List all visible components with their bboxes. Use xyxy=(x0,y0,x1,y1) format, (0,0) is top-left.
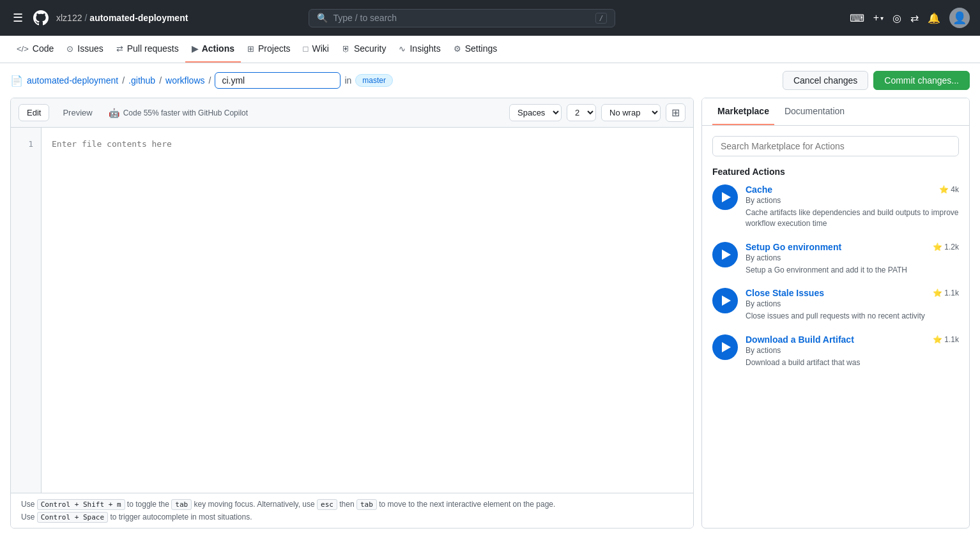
filename-input[interactable] xyxy=(215,72,341,89)
editor-footer: Use Control + Shift + m to toggle the ta… xyxy=(11,493,693,528)
nav-item-actions[interactable]: ▶ Actions xyxy=(185,36,241,63)
breadcrumb-actions: Cancel changes Commit changes... xyxy=(783,71,970,90)
panel-icon: ⊞ xyxy=(671,107,680,118)
indent-size-select[interactable]: 2 4 8 xyxy=(567,104,596,121)
pull-request-icon: ⇄ xyxy=(910,13,919,24)
nav-item-pullrequests[interactable]: ⇄ Pull requests xyxy=(110,36,185,63)
avatar[interactable]: 👤 xyxy=(949,8,970,28)
nav-item-security[interactable]: ⛨ Security xyxy=(335,36,393,63)
editor-toolbar: Edit Preview 🤖 Code 55% faster with GitH… xyxy=(11,98,693,128)
nav-label-code: Code xyxy=(33,43,54,54)
nav-item-code[interactable]: </> Code xyxy=(10,36,60,63)
breadcrumb-sep-1: / xyxy=(84,13,87,23)
hamburger-menu[interactable]: ☰ xyxy=(10,8,26,27)
marketplace-search-input[interactable] xyxy=(712,136,959,156)
action-by-setup-go: By actions xyxy=(746,253,959,262)
wiki-icon: □ xyxy=(303,44,309,54)
action-icon-setup-go xyxy=(712,242,738,267)
pullrequest-icon: ⇄ xyxy=(116,44,123,54)
repo-nav: </> Code ⊙ Issues ⇄ Pull requests ▶ Acti… xyxy=(0,36,980,63)
indent-type-select[interactable]: Spaces Tabs xyxy=(509,104,562,121)
action-star-setup-go: ⭐ 1.2k xyxy=(933,243,959,251)
nav-label-wiki: Wiki xyxy=(312,43,328,54)
nav-item-projects[interactable]: ⊞ Projects xyxy=(241,36,297,63)
nav-item-settings[interactable]: ⚙ Settings xyxy=(447,36,504,63)
issues-icon: ⊙ xyxy=(66,44,73,54)
copilot-btn[interactable]: ◎ xyxy=(892,12,901,24)
hamburger-icon: ☰ xyxy=(13,11,23,24)
copilot-banner-text: Code 55% faster with GitHub Copilot xyxy=(123,109,248,117)
nav-item-wiki[interactable]: □ Wiki xyxy=(297,36,335,63)
breadcrumb-sep-2: / xyxy=(122,75,125,86)
nav-label-projects: Projects xyxy=(258,43,291,54)
featured-section-title: Featured Actions xyxy=(712,167,959,177)
repo-breadcrumb: xlz122 / automated-deployment xyxy=(56,13,188,23)
copilot-banner-icon: 🤖 xyxy=(109,108,119,118)
action-by-artifact: By actions xyxy=(746,346,959,355)
search-shortcut-key: / xyxy=(595,13,608,24)
preview-tab-button[interactable]: Preview xyxy=(54,104,100,121)
breadcrumb-path2-link[interactable]: workflows xyxy=(165,75,204,86)
branch-badge: master xyxy=(355,74,393,87)
repo-name-link[interactable]: automated-deployment xyxy=(89,13,188,23)
documentation-tab[interactable]: Documentation xyxy=(779,98,850,125)
insights-icon: ∿ xyxy=(399,44,406,54)
code-editor[interactable] xyxy=(42,128,693,493)
marketplace-tab[interactable]: Marketplace xyxy=(712,98,774,125)
chevron-down-icon: ▾ xyxy=(880,15,884,22)
nav-item-issues[interactable]: ⊙ Issues xyxy=(60,36,109,63)
action-desc-stale: Close issues and pull requests with no r… xyxy=(746,311,959,322)
breadcrumb-path1-link[interactable]: .github xyxy=(128,75,155,86)
search-icon: 🔍 xyxy=(317,13,328,23)
action-info-cache: Cache ⭐ 4k By actions Cache artifacts li… xyxy=(746,184,959,229)
copilot-banner: 🤖 Code 55% faster with GitHub Copilot xyxy=(109,108,248,118)
header-search[interactable]: 🔍 Type / to search / xyxy=(309,9,615,27)
action-item-setup-go: Setup Go environment ⭐ 1.2k By actions S… xyxy=(712,242,959,276)
kbd-esc: esc xyxy=(317,499,337,510)
notification-icon-btn[interactable]: 🔔 xyxy=(928,12,940,24)
action-title-setup-go[interactable]: Setup Go environment xyxy=(746,242,841,252)
copilot-icon: ◎ xyxy=(892,13,901,24)
breadcrumb-repo-link[interactable]: automated-deployment xyxy=(27,75,118,86)
notification-icon: 🔔 xyxy=(928,13,940,24)
action-title-row-setup-go: Setup Go environment ⭐ 1.2k xyxy=(746,242,959,252)
action-item-cache: Cache ⭐ 4k By actions Cache artifacts li… xyxy=(712,184,959,229)
marketplace-tabs: Marketplace Documentation xyxy=(702,98,969,126)
action-title-row-stale: Close Stale Issues ⭐ 1.1k xyxy=(746,288,959,298)
settings-icon: ⚙ xyxy=(454,44,461,54)
wrap-select[interactable]: No wrap Soft wrap xyxy=(601,104,661,121)
nav-label-insights: Insights xyxy=(410,43,440,54)
kbd-ctrl-space: Control + Space xyxy=(37,512,108,523)
username-link[interactable]: xlz122 xyxy=(56,13,82,23)
line-number-1: 1 xyxy=(19,138,33,151)
nav-label-security: Security xyxy=(354,43,387,54)
github-logo xyxy=(33,10,49,26)
action-desc-cache: Cache artifacts like dependencies and bu… xyxy=(746,207,959,229)
action-title-stale[interactable]: Close Stale Issues xyxy=(746,288,824,298)
content-area: Edit Preview 🤖 Code 55% faster with GitH… xyxy=(0,98,980,539)
new-item-btn[interactable]: + ▾ xyxy=(873,12,884,24)
commit-changes-button[interactable]: Commit changes... xyxy=(873,71,970,90)
toggle-panel-button[interactable]: ⊞ xyxy=(666,103,685,122)
site-header: ☰ xlz122 / automated-deployment 🔍 Type /… xyxy=(0,0,980,36)
breadcrumb-sep-3: / xyxy=(159,75,162,86)
actions-icon: ▶ xyxy=(192,44,198,54)
editor-body: 1 xyxy=(11,128,693,493)
action-title-row-artifact: Download a Build Artifact ⭐ 1.1k xyxy=(746,334,959,345)
nav-item-insights[interactable]: ∿ Insights xyxy=(392,36,447,63)
edit-tab-button[interactable]: Edit xyxy=(19,104,49,121)
marketplace-body: Featured Actions Cache ⭐ 4k By actions C… xyxy=(702,126,969,528)
projects-icon: ⊞ xyxy=(247,44,254,54)
action-title-artifact[interactable]: Download a Build Artifact xyxy=(746,334,854,345)
action-title-row-cache: Cache ⭐ 4k xyxy=(746,184,959,195)
action-title-cache[interactable]: Cache xyxy=(746,184,772,195)
action-desc-artifact: Download a build artifact that was xyxy=(746,357,959,368)
plus-icon: + xyxy=(873,12,879,24)
action-star-stale: ⭐ 1.1k xyxy=(933,288,959,297)
nav-label-pullrequests: Pull requests xyxy=(127,43,179,54)
cancel-changes-button[interactable]: Cancel changes xyxy=(783,71,868,90)
pull-request-icon-btn[interactable]: ⇄ xyxy=(910,12,919,24)
marketplace-panel: Marketplace Documentation Featured Actio… xyxy=(701,98,970,528)
in-label: in xyxy=(344,75,351,86)
terminal-icon-btn[interactable]: ⌨ xyxy=(850,12,864,24)
